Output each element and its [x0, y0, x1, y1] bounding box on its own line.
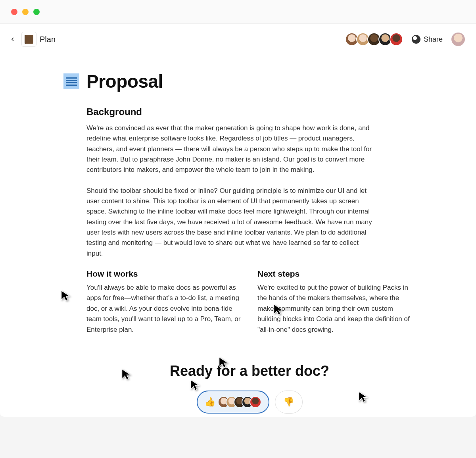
- cta-heading: Ready for a better doc?: [86, 363, 413, 379]
- avatar[interactable]: [390, 33, 403, 46]
- avatar: [250, 396, 261, 408]
- share-icon: [412, 35, 420, 44]
- background-paragraph-2: Should the toolbar should be fixed or in…: [86, 186, 372, 259]
- minimize-window-icon[interactable]: [22, 9, 29, 15]
- upvoter-avatars: [218, 396, 261, 408]
- how-body: You'll always be able to make docs as po…: [86, 283, 242, 335]
- back-button[interactable]: [7, 34, 18, 45]
- share-label: Share: [424, 35, 443, 44]
- traffic-lights: [11, 9, 40, 15]
- next-steps-column: Next steps We're excited to put the powe…: [257, 269, 413, 345]
- document-content: Proposal Background We're as convinced a…: [0, 55, 476, 414]
- reaction-bar: 👍 👎: [86, 391, 413, 414]
- topbar: Plan Share: [0, 24, 476, 55]
- notebook-icon: [25, 35, 33, 44]
- doc-name[interactable]: Plan: [40, 35, 56, 44]
- how-it-works-column: How it works You'll always be able to ma…: [86, 269, 242, 345]
- thumbs-up-reaction[interactable]: 👍: [197, 391, 269, 414]
- thumbs-up-icon: 👍: [205, 397, 215, 407]
- window-titlebar: [0, 0, 476, 24]
- cta-section: Ready for a better doc? 👍 👎: [86, 363, 413, 414]
- background-paragraph-1: We're as convinced as ever that the make…: [86, 123, 372, 175]
- page-title[interactable]: Proposal: [86, 71, 163, 92]
- doc-icon[interactable]: [21, 32, 36, 47]
- app-window: Plan Share Proposal Background: [0, 0, 476, 417]
- close-window-icon[interactable]: [11, 9, 17, 15]
- thumbs-down-reaction[interactable]: 👎: [275, 391, 303, 414]
- two-column-section: How it works You'll always be able to ma…: [86, 269, 413, 345]
- topbar-left: Plan: [7, 32, 56, 47]
- next-heading: Next steps: [257, 269, 413, 279]
- background-heading: Background: [86, 106, 413, 117]
- current-user-avatar[interactable]: [451, 33, 465, 46]
- page-icon[interactable]: [63, 73, 79, 89]
- page-title-row: Proposal: [63, 71, 413, 92]
- document-body[interactable]: Background We're as convinced as ever th…: [63, 106, 413, 414]
- collaborator-avatars[interactable]: [345, 33, 403, 46]
- maximize-window-icon[interactable]: [33, 9, 40, 15]
- share-button[interactable]: Share: [412, 35, 443, 44]
- how-heading: How it works: [86, 269, 242, 279]
- next-body: We're excited to put the power of buildi…: [257, 283, 413, 335]
- thumbs-down-icon: 👎: [283, 397, 294, 407]
- topbar-right: Share: [345, 33, 465, 46]
